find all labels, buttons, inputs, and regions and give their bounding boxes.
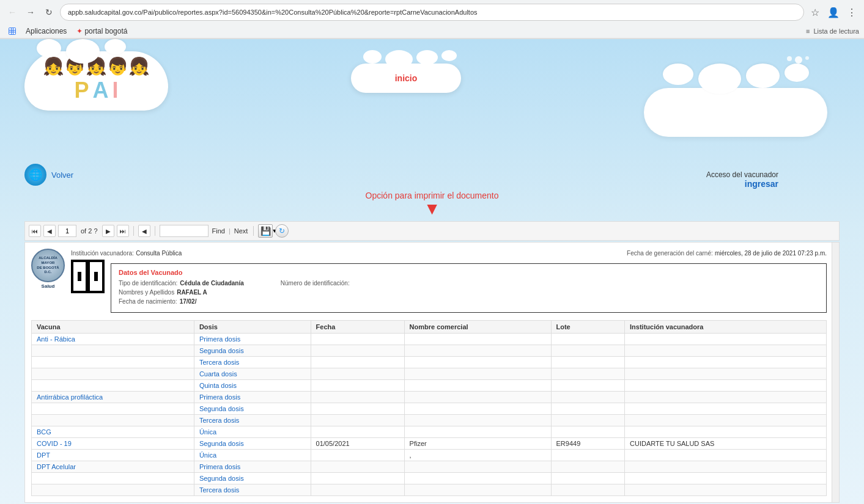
apps-icon — [9, 27, 16, 35]
cell-institucion — [625, 461, 827, 473]
page-input[interactable]: 1 — [58, 225, 76, 237]
cell-vaccine — [32, 415, 194, 426]
cell-institucion: CUIDARTE TU SALUD SAS — [625, 438, 827, 450]
apps-button[interactable] — [5, 26, 20, 36]
cell-comercial — [404, 392, 551, 403]
report-header-info: Institución vacunadora: Consulta Pública… — [71, 249, 827, 316]
pai-a: A — [93, 78, 109, 103]
cell-institucion — [625, 403, 827, 415]
cell-comercial — [404, 380, 551, 392]
table-row: DPTÚnica, — [32, 450, 827, 461]
refresh-button[interactable]: ↻ — [42, 5, 56, 20]
menu-button[interactable]: ⋮ — [844, 5, 859, 20]
report-container: ALCALDÍAMAYORDE BOGOTÁD.C. Salud Institu… — [24, 242, 840, 503]
cell-dose: Primera dosis — [194, 461, 311, 473]
export-button[interactable]: 💾 ▼ — [258, 224, 273, 238]
back-button[interactable]: ← — [5, 5, 20, 20]
reading-list-button[interactable]: ≡ Lista de lectura — [806, 27, 859, 35]
report-toolbar: ⏮ ◀ 1 of 2 ? ▶ ⏭ ◀ Find | Next 💾 ▼ ↻ — [24, 221, 840, 241]
inicio-link[interactable]: inicio — [369, 71, 443, 86]
cell-fecha — [311, 403, 404, 415]
dob-label: Fecha de nacimiento: — [119, 298, 177, 305]
vaccine-table: Vacuna Dosis Fecha Nombre comercial Lote… — [31, 320, 827, 496]
cell-lote — [551, 357, 625, 368]
table-row: Segunda dosis — [32, 345, 827, 357]
export-icon: 💾 — [260, 226, 271, 236]
separator — [133, 226, 134, 236]
cell-dose: Segunda dosis — [194, 473, 311, 484]
cell-fecha — [311, 484, 404, 496]
cell-institucion — [625, 484, 827, 496]
bookmark-star-button[interactable]: ☆ — [808, 5, 822, 20]
cell-vaccine — [32, 403, 194, 415]
pai-text: P A I — [43, 78, 150, 103]
cell-dose: Primera dosis — [194, 392, 311, 403]
report-scroll[interactable]: ALCALDÍAMAYORDE BOGOTÁD.C. Salud Institu… — [25, 243, 839, 502]
cell-comercial — [404, 357, 551, 368]
bookmark-aplicaciones[interactable]: Aplicaciones — [22, 26, 70, 37]
find-input[interactable] — [160, 225, 209, 237]
cell-lote — [551, 368, 625, 380]
back-nav-button[interactable]: ◀ — [138, 225, 150, 237]
cell-lote — [551, 345, 625, 357]
last-page-button[interactable]: ⏭ — [117, 225, 129, 237]
refresh-report-button[interactable]: ↻ — [275, 224, 289, 238]
scrollbar[interactable] — [832, 243, 839, 502]
cell-vaccine — [32, 473, 194, 484]
acceso-label: Acceso del vacunador — [706, 170, 778, 179]
cell-lote — [551, 415, 625, 426]
id-type-value: Cédula de Ciudadanía — [180, 280, 243, 287]
cell-institucion — [625, 426, 827, 438]
find-button[interactable]: Find — [211, 227, 226, 235]
cell-comercial — [404, 345, 551, 357]
cell-lote — [551, 450, 625, 461]
cell-institucion — [625, 380, 827, 392]
cell-vaccine: BCG — [32, 426, 194, 438]
address-bar[interactable] — [60, 4, 804, 21]
cell-lote — [551, 473, 625, 484]
table-header-row: Vacuna Dosis Fecha Nombre comercial Lote… — [32, 321, 827, 334]
table-row: Antirrábica profilácticaPrimera dosis — [32, 392, 827, 403]
page-of-label: of 2 ? — [79, 227, 100, 235]
cell-dose: Única — [194, 426, 311, 438]
col-institucion: Institución vacunadora — [625, 321, 827, 334]
next-page-button[interactable]: ▶ — [102, 225, 114, 237]
reading-list-label: Lista de lectura — [813, 27, 859, 35]
col-dosis: Dosis — [194, 321, 311, 334]
bookmark-portal-bogota[interactable]: ✦ portal bogotá — [73, 26, 131, 37]
cell-institucion — [625, 392, 827, 403]
cell-fecha — [311, 392, 404, 403]
cell-comercial — [404, 403, 551, 415]
down-arrow-icon: ▼ — [24, 200, 840, 217]
cell-comercial — [404, 415, 551, 426]
cell-lote — [551, 380, 625, 392]
table-row: COVID - 19Segunda dosis01/05/2021PfizerE… — [32, 438, 827, 450]
next-button[interactable]: Next — [233, 227, 249, 235]
cell-fecha — [311, 473, 404, 484]
section-title: Datos del Vacunado — [119, 269, 819, 276]
cell-vaccine: DPT — [32, 450, 194, 461]
bookmark-label: portal bogotá — [84, 27, 127, 35]
table-row: Segunda dosis — [32, 403, 827, 415]
col-vacuna: Vacuna — [32, 321, 194, 334]
cell-lote — [551, 403, 625, 415]
cell-dose: Tercera dosis — [194, 415, 311, 426]
forward-button[interactable]: → — [23, 5, 38, 20]
cell-dose: Tercera dosis — [194, 357, 311, 368]
separator3 — [253, 226, 254, 236]
profile-button[interactable]: 👤 — [826, 5, 841, 20]
cell-comercial — [404, 484, 551, 496]
cell-fecha — [311, 368, 404, 380]
pai-logo: 👧👦👧👦👧 P A I — [24, 45, 168, 111]
generation-value: miércoles, 28 de julio de 2021 07:23 p.m… — [715, 250, 827, 257]
ingresar-link[interactable]: ingresar — [706, 179, 778, 189]
col-comercial: Nombre comercial — [404, 321, 551, 334]
first-page-button[interactable]: ⏮ — [29, 225, 41, 237]
cell-dose: Primera dosis — [194, 334, 311, 345]
volver-link[interactable]: Volver — [51, 170, 73, 180]
cell-comercial: , — [404, 450, 551, 461]
prev-page-button[interactable]: ◀ — [43, 225, 56, 237]
dob-value: 17/02/ — [180, 298, 197, 305]
institution-label: Institución vacunadora: — [71, 250, 134, 257]
reading-list-icon: ≡ — [806, 27, 810, 35]
